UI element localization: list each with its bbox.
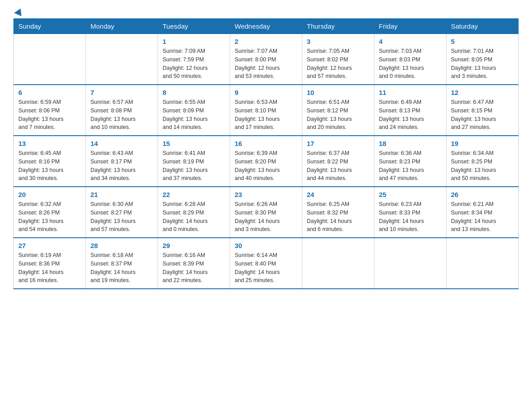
day-info: Sunrise: 6:25 AM Sunset: 8:32 PM Dayligh… xyxy=(307,200,369,234)
day-number: 20 xyxy=(18,191,81,198)
weekday-header-sunday: Sunday xyxy=(14,19,86,34)
day-number: 14 xyxy=(90,140,153,147)
day-info: Sunrise: 7:01 AM Sunset: 8:05 PM Dayligh… xyxy=(451,47,514,81)
day-number: 3 xyxy=(307,38,369,45)
day-number: 27 xyxy=(18,242,81,249)
day-info: Sunrise: 6:59 AM Sunset: 8:06 PM Dayligh… xyxy=(18,98,81,132)
calendar-cell: 1Sunrise: 7:09 AM Sunset: 7:59 PM Daylig… xyxy=(158,34,230,85)
calendar-cell xyxy=(446,238,519,289)
calendar-cell: 15Sunrise: 6:41 AM Sunset: 8:19 PM Dayli… xyxy=(158,136,230,187)
day-info: Sunrise: 7:09 AM Sunset: 7:59 PM Dayligh… xyxy=(163,47,225,81)
day-number: 9 xyxy=(235,89,297,96)
day-number: 11 xyxy=(379,89,442,96)
day-number: 24 xyxy=(307,191,369,198)
weekday-header-monday: Monday xyxy=(86,19,158,34)
calendar-cell: 21Sunrise: 6:30 AM Sunset: 8:27 PM Dayli… xyxy=(86,187,158,238)
day-number: 26 xyxy=(451,191,514,198)
week-row-4: 20Sunrise: 6:32 AM Sunset: 8:26 PM Dayli… xyxy=(14,187,519,238)
day-number: 28 xyxy=(90,242,153,249)
calendar-cell: 29Sunrise: 6:16 AM Sunset: 8:39 PM Dayli… xyxy=(158,238,230,289)
day-info: Sunrise: 7:03 AM Sunset: 8:03 PM Dayligh… xyxy=(379,47,442,81)
calendar-cell: 16Sunrise: 6:39 AM Sunset: 8:20 PM Dayli… xyxy=(230,136,302,187)
day-info: Sunrise: 6:47 AM Sunset: 8:15 PM Dayligh… xyxy=(451,98,514,132)
weekday-header-wednesday: Wednesday xyxy=(230,19,302,34)
day-number: 15 xyxy=(163,140,225,147)
day-number: 18 xyxy=(379,140,442,147)
day-info: Sunrise: 6:21 AM Sunset: 8:34 PM Dayligh… xyxy=(451,200,514,234)
calendar-cell: 18Sunrise: 6:36 AM Sunset: 8:23 PM Dayli… xyxy=(374,136,446,187)
day-info: Sunrise: 6:43 AM Sunset: 8:17 PM Dayligh… xyxy=(90,149,153,183)
calendar-cell xyxy=(374,238,446,289)
day-number: 6 xyxy=(18,89,81,96)
day-number: 1 xyxy=(163,38,225,45)
day-info: Sunrise: 6:55 AM Sunset: 8:09 PM Dayligh… xyxy=(163,98,225,132)
weekday-header-saturday: Saturday xyxy=(446,19,519,34)
day-number: 17 xyxy=(307,140,369,147)
day-info: Sunrise: 6:30 AM Sunset: 8:27 PM Dayligh… xyxy=(90,200,153,234)
week-row-1: 1Sunrise: 7:09 AM Sunset: 7:59 PM Daylig… xyxy=(14,34,519,85)
calendar-cell: 3Sunrise: 7:05 AM Sunset: 8:02 PM Daylig… xyxy=(302,34,374,85)
day-info: Sunrise: 6:14 AM Sunset: 8:40 PM Dayligh… xyxy=(235,251,297,285)
day-info: Sunrise: 6:37 AM Sunset: 8:22 PM Dayligh… xyxy=(307,149,369,183)
calendar-cell: 14Sunrise: 6:43 AM Sunset: 8:17 PM Dayli… xyxy=(86,136,158,187)
calendar-cell: 10Sunrise: 6:51 AM Sunset: 8:12 PM Dayli… xyxy=(302,85,374,136)
day-info: Sunrise: 6:57 AM Sunset: 8:08 PM Dayligh… xyxy=(90,98,153,132)
week-row-5: 27Sunrise: 6:19 AM Sunset: 8:36 PM Dayli… xyxy=(14,238,519,289)
calendar-cell: 27Sunrise: 6:19 AM Sunset: 8:36 PM Dayli… xyxy=(14,238,86,289)
calendar-cell: 30Sunrise: 6:14 AM Sunset: 8:40 PM Dayli… xyxy=(230,238,302,289)
day-number: 4 xyxy=(379,38,442,45)
calendar-cell: 11Sunrise: 6:49 AM Sunset: 8:13 PM Dayli… xyxy=(374,85,446,136)
calendar-cell: 6Sunrise: 6:59 AM Sunset: 8:06 PM Daylig… xyxy=(14,85,86,136)
day-info: Sunrise: 6:39 AM Sunset: 8:20 PM Dayligh… xyxy=(235,149,297,183)
day-number: 16 xyxy=(235,140,297,147)
day-info: Sunrise: 6:36 AM Sunset: 8:23 PM Dayligh… xyxy=(379,149,442,183)
weekday-header-tuesday: Tuesday xyxy=(158,19,230,34)
day-info: Sunrise: 6:16 AM Sunset: 8:39 PM Dayligh… xyxy=(163,251,225,285)
calendar-cell: 2Sunrise: 7:07 AM Sunset: 8:00 PM Daylig… xyxy=(230,34,302,85)
day-info: Sunrise: 6:19 AM Sunset: 8:36 PM Dayligh… xyxy=(18,251,81,285)
calendar-cell: 19Sunrise: 6:34 AM Sunset: 8:25 PM Dayli… xyxy=(446,136,519,187)
day-number: 10 xyxy=(307,89,369,96)
calendar-cell: 7Sunrise: 6:57 AM Sunset: 8:08 PM Daylig… xyxy=(86,85,158,136)
calendar-cell: 22Sunrise: 6:28 AM Sunset: 8:29 PM Dayli… xyxy=(158,187,230,238)
day-number: 2 xyxy=(235,38,297,45)
weekday-header-friday: Friday xyxy=(374,19,446,34)
calendar-cell: 8Sunrise: 6:55 AM Sunset: 8:09 PM Daylig… xyxy=(158,85,230,136)
day-number: 21 xyxy=(90,191,153,198)
weekday-header-row: SundayMondayTuesdayWednesdayThursdayFrid… xyxy=(14,19,519,34)
day-info: Sunrise: 6:34 AM Sunset: 8:25 PM Dayligh… xyxy=(451,149,514,183)
calendar-cell xyxy=(14,34,86,85)
calendar-table: SundayMondayTuesdayWednesdayThursdayFrid… xyxy=(13,18,519,289)
day-info: Sunrise: 7:07 AM Sunset: 8:00 PM Dayligh… xyxy=(235,47,297,81)
day-info: Sunrise: 6:18 AM Sunset: 8:37 PM Dayligh… xyxy=(90,251,153,285)
day-number: 13 xyxy=(18,140,81,147)
logo-triangle-icon xyxy=(14,7,25,16)
calendar-cell: 26Sunrise: 6:21 AM Sunset: 8:34 PM Dayli… xyxy=(446,187,519,238)
calendar-cell: 25Sunrise: 6:23 AM Sunset: 8:33 PM Dayli… xyxy=(374,187,446,238)
day-info: Sunrise: 6:41 AM Sunset: 8:19 PM Dayligh… xyxy=(163,149,225,183)
calendar-cell: 20Sunrise: 6:32 AM Sunset: 8:26 PM Dayli… xyxy=(14,187,86,238)
day-number: 30 xyxy=(235,242,297,249)
day-info: Sunrise: 6:53 AM Sunset: 8:10 PM Dayligh… xyxy=(235,98,297,132)
day-number: 7 xyxy=(90,89,153,96)
calendar-cell xyxy=(86,34,158,85)
calendar-cell: 23Sunrise: 6:26 AM Sunset: 8:30 PM Dayli… xyxy=(230,187,302,238)
day-number: 25 xyxy=(379,191,442,198)
week-row-3: 13Sunrise: 6:45 AM Sunset: 8:16 PM Dayli… xyxy=(14,136,519,187)
day-number: 29 xyxy=(163,242,225,249)
day-info: Sunrise: 6:23 AM Sunset: 8:33 PM Dayligh… xyxy=(379,200,442,234)
calendar-cell xyxy=(302,238,374,289)
day-number: 5 xyxy=(451,38,514,45)
day-number: 8 xyxy=(163,89,225,96)
day-info: Sunrise: 6:32 AM Sunset: 8:26 PM Dayligh… xyxy=(18,200,81,234)
page-header xyxy=(13,9,519,14)
calendar-cell: 13Sunrise: 6:45 AM Sunset: 8:16 PM Dayli… xyxy=(14,136,86,187)
day-info: Sunrise: 6:28 AM Sunset: 8:29 PM Dayligh… xyxy=(163,200,225,234)
weekday-header-thursday: Thursday xyxy=(302,19,374,34)
calendar-cell: 17Sunrise: 6:37 AM Sunset: 8:22 PM Dayli… xyxy=(302,136,374,187)
day-number: 19 xyxy=(451,140,514,147)
calendar-cell: 5Sunrise: 7:01 AM Sunset: 8:05 PM Daylig… xyxy=(446,34,519,85)
day-info: Sunrise: 6:26 AM Sunset: 8:30 PM Dayligh… xyxy=(235,200,297,234)
day-number: 22 xyxy=(163,191,225,198)
day-info: Sunrise: 7:05 AM Sunset: 8:02 PM Dayligh… xyxy=(307,47,369,81)
